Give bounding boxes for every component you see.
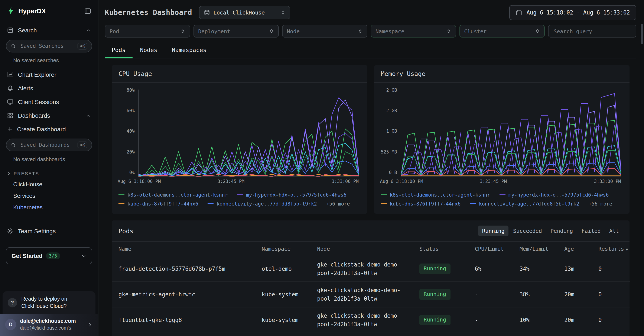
deployment-filter-select[interactable]: Deployment bbox=[194, 25, 279, 38]
y-tick: 1 GB bbox=[378, 129, 397, 134]
status-filter-pending[interactable]: Pending bbox=[546, 226, 577, 236]
source-select[interactable]: Local ClickHouse bbox=[199, 6, 290, 19]
pod-filter-select[interactable]: Pod bbox=[105, 25, 190, 38]
select-updown-icon bbox=[535, 28, 540, 34]
saved-dashboards-input[interactable] bbox=[20, 142, 74, 148]
column-header-status[interactable]: Status bbox=[414, 242, 470, 256]
calendar-icon bbox=[516, 9, 522, 16]
cloud-promo[interactable]: ? Ready to deploy on ClickHouse Cloud? bbox=[2, 291, 96, 314]
saved-dashboards-search[interactable]: ⌘K bbox=[6, 139, 92, 151]
x-tick: Aug 6 3:18:00 PM bbox=[118, 179, 161, 184]
sidebar-item-clickhouse[interactable]: ClickHouse bbox=[0, 179, 98, 190]
legend-item[interactable]: kube-dns-876ff9ff7-44nx6 bbox=[381, 201, 460, 207]
status-filter-running[interactable]: Running bbox=[478, 226, 508, 236]
legend-item[interactable]: my-hyperdx-hdx-o..-57975fcd6-4hws6 bbox=[237, 192, 346, 198]
sidebar-item-label: Client Sessions bbox=[18, 99, 59, 105]
legend-item[interactable]: konnectivity-age..77dfdd8f5b-t9rk2 bbox=[208, 201, 317, 207]
column-header-mem[interactable]: Mem/Limit bbox=[514, 242, 559, 256]
namespace-filter-select[interactable]: Namespace bbox=[371, 25, 456, 38]
cell-status: Running bbox=[414, 256, 470, 282]
sidebar-item-alerts[interactable]: Alerts bbox=[0, 82, 98, 95]
cell-age: 20m bbox=[559, 307, 593, 333]
status-filter-all[interactable]: All bbox=[606, 226, 623, 236]
date-range-picker[interactable]: Aug 6 15:18:02 - Aug 6 15:33:02 bbox=[510, 5, 636, 20]
collapse-sidebar-icon[interactable] bbox=[84, 8, 91, 14]
select-updown-icon bbox=[446, 28, 451, 34]
legend-item[interactable]: kube-dns-876ff9ff7-44nx6 bbox=[118, 201, 198, 207]
legend-item[interactable]: k8s-otel-daemons..ctor-agent-ksnnr bbox=[381, 192, 490, 198]
table-row[interactable]: gke-metrics-agent-hrwtc kube-system gke-… bbox=[112, 282, 630, 307]
tab-pods[interactable]: Pods bbox=[105, 43, 132, 58]
cell-namespace: kube-system bbox=[256, 307, 312, 333]
cluster-filter-select[interactable]: Cluster bbox=[460, 25, 545, 38]
no-saved-dashboards-text: No saved dashboards bbox=[0, 155, 98, 167]
y-tick: 2 GB bbox=[378, 87, 397, 93]
saved-searches-input[interactable] bbox=[20, 43, 74, 50]
memory-plot-area[interactable] bbox=[400, 90, 621, 177]
sidebar-item-dashboards[interactable]: Dashboards bbox=[0, 109, 98, 122]
column-header-name[interactable]: Name bbox=[112, 242, 256, 256]
dashboards-grid-icon bbox=[7, 112, 14, 119]
status-filter-failed[interactable]: Failed bbox=[578, 226, 604, 236]
cell-namespace bbox=[256, 333, 312, 336]
column-header-restarts[interactable]: Restarts▼ bbox=[593, 242, 630, 256]
y-tick: 40% bbox=[116, 129, 135, 134]
table-row[interactable]: fluentbit-gke-lggq8 kube-system gke-clic… bbox=[112, 307, 630, 333]
legend-more-link[interactable]: +56 more bbox=[326, 201, 350, 207]
scrollbar-track[interactable] bbox=[640, 0, 644, 336]
table-row[interactable]: fraud-detection-55776d678b-p7f5m otel-de… bbox=[112, 256, 630, 282]
help-icon[interactable]: ? bbox=[8, 298, 17, 307]
cpu-plot-area[interactable] bbox=[138, 90, 359, 177]
sidebar-item-kubernetes[interactable]: Kubernetes bbox=[0, 202, 98, 213]
cell-name[interactable] bbox=[112, 333, 256, 336]
user-team: dale@clickhouse.com's bbox=[20, 325, 76, 331]
pods-table: Name Namespace Node Status CPU/Limit Mem… bbox=[112, 242, 630, 336]
column-header-namespace[interactable]: Namespace bbox=[256, 242, 312, 256]
gear-icon bbox=[7, 228, 14, 234]
cell-restarts: 0 bbox=[593, 282, 630, 307]
presets-toggle[interactable]: PRESETS bbox=[0, 167, 98, 179]
get-started-progress-badge: 3/3 bbox=[46, 252, 60, 259]
cell-age: 13m bbox=[559, 256, 593, 282]
cell-name[interactable]: fluentbit-gke-lggq8 bbox=[112, 307, 256, 333]
legend-item[interactable]: konnectivity-age..77dfdd8f5b-t9rk2 bbox=[470, 201, 579, 207]
sidebar-item-chart-explorer[interactable]: Chart Explorer bbox=[0, 68, 98, 82]
search-query-input[interactable] bbox=[548, 25, 636, 38]
sidebar-item-search[interactable]: Search bbox=[0, 24, 98, 37]
scrollbar-thumb[interactable] bbox=[641, 24, 643, 44]
column-header-cpu[interactable]: CPU/Limit bbox=[470, 242, 514, 256]
select-updown-icon bbox=[280, 10, 285, 16]
get-started-card[interactable]: Get Started 3/3 bbox=[6, 247, 92, 264]
cpu-legend: k8s-otel-daemons..ctor-agent-ksnnr my-hy… bbox=[112, 185, 367, 214]
legend-more-link[interactable]: +56 more bbox=[588, 201, 612, 207]
table-row[interactable]: gke-clickstack-demo-demo-pool-2d2b1f3a-0… bbox=[112, 333, 630, 336]
memory-x-axis-labels: Aug 6 3:18:00 PM 3:23:45 PM 3:33:00 PM bbox=[400, 177, 621, 185]
column-header-age[interactable]: Age bbox=[559, 242, 593, 256]
legend-item[interactable]: my-hyperdx-hdx-o..-57975fcd6-4hws6 bbox=[500, 192, 609, 198]
x-tick: 3:23:45 PM bbox=[480, 179, 507, 184]
chevron-up-icon bbox=[86, 113, 91, 118]
column-header-node[interactable]: Node bbox=[312, 242, 414, 256]
date-range-value: Aug 6 15:18:02 - Aug 6 15:33:02 bbox=[526, 9, 630, 16]
tab-nodes[interactable]: Nodes bbox=[133, 43, 164, 58]
pod-filter-value: Pod bbox=[110, 28, 180, 34]
namespace-filter-value: Namespace bbox=[376, 28, 446, 34]
create-dashboard-button[interactable]: Create Dashboard bbox=[0, 122, 98, 136]
cell-name[interactable]: gke-metrics-agent-hrwtc bbox=[112, 282, 256, 307]
y-tick: 60% bbox=[116, 108, 135, 113]
cell-node: gke-clickstack-demo-demo-pool-2d2b1f3a-0… bbox=[312, 282, 414, 307]
sidebar-item-services[interactable]: Services bbox=[0, 190, 98, 202]
node-filter-select[interactable]: Node bbox=[282, 25, 368, 38]
sidebar-item-client-sessions[interactable]: Client Sessions bbox=[0, 95, 98, 109]
sidebar-item-label: Chart Explorer bbox=[18, 71, 56, 78]
cell-cpu bbox=[470, 333, 514, 336]
tab-namespaces[interactable]: Namespaces bbox=[165, 43, 213, 58]
cell-name[interactable]: fraud-detection-55776d678b-p7f5m bbox=[112, 256, 256, 282]
tab-bar: Pods Nodes Namespaces bbox=[105, 43, 636, 58]
legend-item[interactable]: k8s-otel-daemons..ctor-agent-ksnnr bbox=[118, 192, 228, 198]
sidebar-item-team-settings[interactable]: Team Settings bbox=[0, 224, 98, 238]
status-filter-succeeded[interactable]: Succeeded bbox=[509, 226, 546, 236]
y-tick: 2 GB bbox=[378, 108, 397, 113]
user-menu[interactable]: D dale@clickhouse.com dale@clickhouse.co… bbox=[0, 314, 98, 336]
saved-searches-search[interactable]: ⌘K bbox=[6, 40, 92, 53]
